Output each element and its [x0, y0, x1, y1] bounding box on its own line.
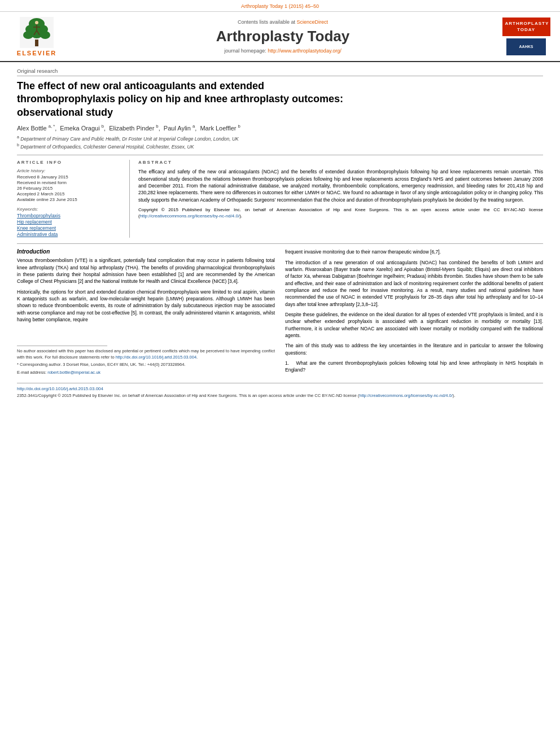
homepage-line: journal homepage: http://www.arthroplast…	[224, 48, 341, 54]
intro-paragraph-1: Venous thromboembolism (VTE) is a signif…	[17, 257, 275, 285]
keyword-hip-replacement[interactable]: Hip replacement	[17, 219, 123, 225]
accepted-date: Accepted 2 March 2015	[17, 191, 123, 196]
svg-point-8	[35, 21, 38, 24]
article-history: Article history: Received 8 January 2015…	[17, 168, 123, 202]
svg-point-6	[40, 31, 50, 39]
journal-citation: Arthroplasty Today 1 (2015) 45–50	[0, 0, 560, 12]
elsevier-wordmark: ELSEVIER	[17, 50, 56, 56]
disclosure-link[interactable]: http://dx.doi.org/10.1016/j.artd.2015.03…	[116, 355, 196, 360]
received-date: Received 8 January 2015	[17, 174, 123, 180]
keyword-knee-replacement[interactable]: Knee replacement	[17, 225, 123, 231]
article-type-label: Original research	[17, 68, 543, 76]
article-info-label: ARTICLE INFO	[17, 160, 123, 165]
aahks-logo: AAHKS	[506, 38, 546, 55]
sciencedirect-line: Contents lists available at ScienceDirec…	[238, 19, 328, 25]
journal-logo-right: ARTHROPLASTYTODAY AAHKS	[498, 16, 554, 56]
elsevier-tree-icon	[20, 17, 54, 48]
citation-text: Arthroplasty Today 1 (2015) 45–50	[241, 3, 319, 9]
intro-paragraph-2: Historically, the options for short and …	[17, 289, 275, 324]
received-revised-label: Received in revised form	[17, 180, 123, 185]
abstract-text: The efficacy and safety of the new oral …	[138, 168, 543, 203]
page-footer: http://dx.doi.org/10.1016/j.artd.2015.03…	[17, 383, 543, 402]
keyword-thromboprophylaxis[interactable]: Thromboprophylaxis	[17, 213, 123, 219]
issn-line: 2352-3441/Copyright © 2015 Published by …	[17, 393, 543, 399]
body-columns: Introduction Venous thromboembolism (VTE…	[17, 248, 543, 377]
right-numbered-1: 1. What are the current thromboprophylax…	[285, 360, 543, 374]
footnote-email: E-mail address: robert.bottle@imperial.a…	[17, 370, 275, 376]
keyword-administrative-data[interactable]: Administrative data	[17, 231, 123, 237]
available-online-date: Available online 23 June 2015	[17, 197, 123, 202]
revised-date: 26 February 2015	[17, 186, 123, 191]
introduction-heading: Introduction	[17, 248, 275, 255]
right-para-3: Despite these guidelines, the evidence o…	[285, 311, 543, 339]
sciencedirect-link[interactable]: ScienceDirect	[297, 19, 329, 25]
aahks-text: AAHKS	[519, 45, 533, 49]
journal-info-center: Contents lists available at ScienceDirec…	[68, 16, 498, 56]
keywords-group: Keywords: Thromboprophylaxis Hip replace…	[17, 207, 123, 237]
elsevier-logo: ELSEVIER	[17, 17, 56, 56]
article-info-abstract-section: ARTICLE INFO Article history: Received 8…	[17, 155, 543, 238]
cc-license-link[interactable]: http://creativecommons.org/licenses/by-n…	[140, 213, 240, 219]
publisher-logo: ELSEVIER	[6, 16, 68, 56]
article-info-column: ARTICLE INFO Article history: Received 8…	[17, 160, 130, 238]
body-divider	[17, 243, 543, 244]
svg-rect-7	[35, 40, 38, 46]
affiliation-a: a Department of Primary Care and Public …	[17, 135, 543, 142]
keywords-label: Keywords:	[17, 207, 123, 212]
journal-header: ELSEVIER Contents lists available at Sci…	[0, 12, 560, 62]
homepage-link[interactable]: http://www.arthroplastytoday.org/	[268, 48, 341, 54]
right-para-1: frequent invasive monitoring due to thei…	[285, 248, 543, 255]
affiliation-b: b Department of Orthopaedics, Colchester…	[17, 143, 543, 150]
right-para-2: The introduction of a new generation of …	[285, 259, 543, 308]
authors-line: Alex Bottle a, *, Emeka Oragui b, Elizab…	[17, 124, 543, 132]
abstract-label: ABSTRACT	[138, 160, 543, 165]
main-content: Original research The effect of new oral…	[0, 62, 560, 408]
footnote-2: * Corresponding author. 3 Dorset Rise, L…	[17, 362, 275, 368]
right-para-4: The aim of this study was to address the…	[285, 342, 543, 356]
footer-license-link[interactable]: http://creativecommons.org/licenses/by-n…	[359, 393, 453, 398]
page: Arthroplasty Today 1 (2015) 45–50	[0, 0, 560, 747]
article-title: The effect of new oral anticoagulants an…	[17, 80, 543, 119]
email-link[interactable]: robert.bottle@imperial.ac.uk	[47, 370, 100, 375]
body-right-column: frequent invasive monitoring due to thei…	[285, 248, 543, 377]
journal-title: Arthroplasty Today	[216, 28, 349, 45]
footnote-1: No author associated with this paper has…	[17, 348, 275, 360]
arthroplasty-today-logo: ARTHROPLASTYTODAY	[502, 18, 550, 36]
body-left-column: Introduction Venous thromboembolism (VTE…	[17, 248, 275, 377]
abstract-copyright: Copyright © 2015 Published by Elsevier I…	[138, 207, 543, 219]
abstract-column: ABSTRACT The efficacy and safety of the …	[138, 160, 543, 238]
footnote-divider	[17, 346, 107, 346]
doi-link[interactable]: http://dx.doi.org/10.1016/j.artd.2015.03…	[17, 386, 543, 391]
history-label: Article history:	[17, 168, 123, 173]
